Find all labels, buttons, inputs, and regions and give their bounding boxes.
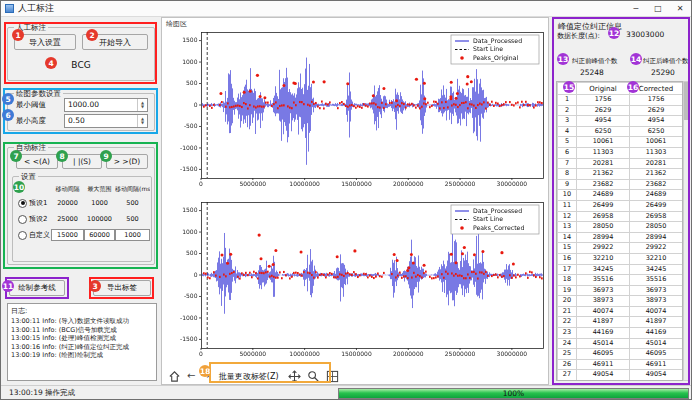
- peak-table-row[interactable]: 117561756: [558, 95, 683, 106]
- peak-table-row[interactable]: 92368223682: [558, 179, 683, 190]
- peak-table-row[interactable]: 203897338973: [558, 296, 683, 307]
- peak-table-cell: 46911: [630, 359, 683, 370]
- minimize-button[interactable]: ─: [625, 1, 647, 16]
- preset-radio[interactable]: [18, 215, 27, 224]
- peak-table-row[interactable]: 183551635516: [558, 275, 683, 286]
- export-labels-button[interactable]: 导出标签: [93, 280, 151, 296]
- table-scrollbar[interactable]: [683, 81, 689, 381]
- move-left-button[interactable]: < <(A): [16, 154, 58, 169]
- peak-table-row[interactable]: 244501445014: [558, 338, 683, 349]
- peak-table-row[interactable]: 152992229922: [558, 243, 683, 254]
- peak-table-row[interactable]: 102468924689: [558, 190, 683, 201]
- peak-table-cell: 29922: [577, 243, 630, 254]
- pan-icon[interactable]: [288, 370, 301, 383]
- move-right-button[interactable]: > >(D): [106, 154, 148, 169]
- peak-table-row[interactable]: 163221032210: [558, 253, 683, 264]
- back-icon[interactable]: ←: [187, 369, 195, 383]
- preset-value: 25000: [51, 215, 84, 223]
- peak-table-row[interactable]: 349544954: [558, 116, 683, 127]
- min-height-spinbox[interactable]: 0.50 ▲▼: [64, 114, 148, 128]
- peak-table-cell: 14: [558, 232, 577, 243]
- peak-table-row[interactable]: 173424534245: [558, 264, 683, 275]
- close-button[interactable]: ✕: [669, 1, 691, 16]
- window-controls: ─ □ ✕: [625, 1, 691, 16]
- preset-custom-input[interactable]: 1000: [115, 229, 150, 241]
- peak-table-cell: 23682: [577, 179, 630, 190]
- peak-table-cell: 23: [558, 328, 577, 339]
- start-import-button[interactable]: 开始导入: [82, 34, 148, 50]
- min-height-label: 最小高度: [16, 116, 64, 126]
- maximize-button[interactable]: □: [647, 1, 669, 16]
- log-box[interactable]: 日志: 13:00:11 Info: (导入)数据文件读取成功13:00:11 …: [7, 303, 157, 381]
- peak-table-cell: 32210: [630, 253, 683, 264]
- zoom-icon[interactable]: [307, 370, 320, 383]
- signal-plot-original[interactable]: [165, 27, 547, 197]
- peak-table-row[interactable]: 226292629: [558, 105, 683, 116]
- peak-table-cell: 10: [558, 190, 577, 201]
- peak-table-cell: 34245: [630, 264, 683, 275]
- peak-table-row[interactable]: 214007440074: [558, 306, 683, 317]
- peak-table-row[interactable]: 51006110061: [558, 137, 683, 148]
- peak-table-cell: 18: [558, 275, 577, 286]
- plot-params-group: 绘图参数设置 最小阈值 1000.00 ▲▼ 最小高度 0.50 ▲▼: [7, 93, 155, 131]
- peak-table-row[interactable]: 264691146911: [558, 359, 683, 370]
- peak-table-row[interactable]: 234416944169: [558, 328, 683, 339]
- scrollbar-thumb[interactable]: [684, 82, 688, 120]
- log-line: 13:00:11 Info: (导入)数据文件读取成功: [11, 317, 153, 326]
- log-lines: 13:00:11 Info: (导入)数据文件读取成功13:00:11 Info…: [11, 317, 153, 360]
- peak-table-cell: 36973: [577, 285, 630, 296]
- min-threshold-value: 1000.00: [65, 99, 137, 111]
- import-settings-button[interactable]: 导入设置: [14, 34, 76, 50]
- peak-table-cell: 46095: [577, 349, 630, 360]
- peak-table-row[interactable]: 462506250: [558, 126, 683, 137]
- peak-table-cell: 38973: [577, 296, 630, 307]
- peak-table-row[interactable]: 193697336973: [558, 285, 683, 296]
- peak-table-row[interactable]: 61130311303: [558, 147, 683, 158]
- peak-table-row[interactable]: 224189741897: [558, 317, 683, 328]
- log-title: 日志:: [11, 306, 153, 316]
- peak-table-row[interactable]: 274905449054: [558, 370, 683, 381]
- peak-table-cell: 38973: [630, 296, 683, 307]
- peak-table-cell: 24: [558, 338, 577, 349]
- peak-table-cell: 26958: [630, 211, 683, 222]
- pause-button[interactable]: | |(S): [62, 154, 102, 169]
- progress-label: 100%: [339, 389, 688, 399]
- batch-edit-labels-button[interactable]: 批量更改标签(Z): [216, 370, 282, 383]
- peak-table-cell: 32210: [577, 253, 630, 264]
- min-threshold-spinbox[interactable]: 1000.00 ▲▼: [64, 98, 148, 112]
- peak-table-cell: 3: [558, 116, 577, 127]
- peak-table-cell: 20281: [577, 158, 630, 169]
- peak-table-cell: 5: [558, 137, 577, 148]
- home-icon[interactable]: [168, 370, 181, 383]
- progress-bar: 100%: [338, 388, 689, 399]
- peak-table-cell: 49054: [630, 370, 683, 381]
- preset-custom-input[interactable]: 15000: [51, 229, 84, 241]
- peak-table-cell: 11: [558, 200, 577, 211]
- peak-table-cell: 35516: [577, 275, 630, 286]
- peak-table-row[interactable]: 254609546095: [558, 349, 683, 360]
- spinner-arrows-icon[interactable]: ▲▼: [137, 99, 147, 111]
- preset-value: 500: [115, 215, 150, 223]
- preset-radio[interactable]: [18, 199, 27, 208]
- peak-table-row[interactable]: 112649926499: [558, 200, 683, 211]
- peak-table-row[interactable]: 72028120281: [558, 158, 683, 169]
- preset-radio[interactable]: [18, 231, 27, 240]
- peak-table[interactable]: OriginalCorrected 1175617562262926293495…: [557, 82, 683, 381]
- spinner-arrows-icon[interactable]: ▲▼: [137, 115, 147, 127]
- peak-table-cell: 4: [558, 126, 577, 137]
- preset-row: 自定义15000600001000: [16, 227, 150, 243]
- forward-icon[interactable]: →: [201, 369, 209, 383]
- peak-table-row[interactable]: 142899428994: [558, 232, 683, 243]
- draw-refline-button[interactable]: 绘制参考线: [9, 280, 65, 296]
- peak-table-row[interactable]: 82136221362: [558, 169, 683, 180]
- signal-plot-corrected[interactable]: [165, 197, 547, 367]
- status-text: 13:00:19 操作完成: [9, 388, 75, 398]
- preset-custom-input[interactable]: 60000: [84, 229, 115, 241]
- peak-table-row[interactable]: 132805028050: [558, 222, 683, 233]
- peak-table-cell: 7: [558, 158, 577, 169]
- peak-table-cell: 36973: [630, 285, 683, 296]
- peak-table-row[interactable]: 122695826958: [558, 211, 683, 222]
- peak-table-cell: 49054: [577, 370, 630, 381]
- peaks-before-value: 25248: [580, 68, 604, 77]
- subplots-config-icon[interactable]: [326, 370, 339, 383]
